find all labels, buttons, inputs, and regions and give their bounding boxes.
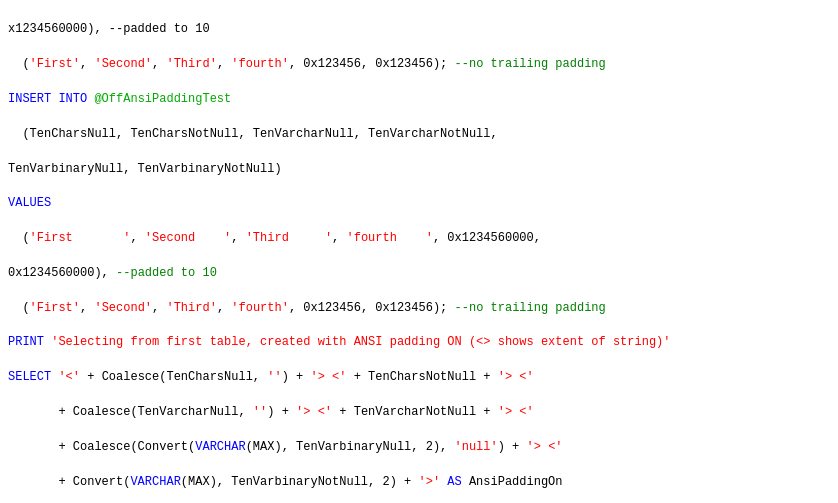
line-14: + Convert(VARCHAR(MAX), TenVarbinaryNotN…	[8, 475, 563, 489]
code-editor: x1234560000), --padded to 10 ('First', '…	[0, 0, 838, 503]
line-1: x1234560000), --padded to 10	[8, 22, 210, 36]
line-7: ('First ', 'Second ', 'Third ', 'fourth …	[8, 231, 541, 245]
line-5: TenVarbinaryNull, TenVarbinaryNotNull)	[8, 162, 282, 176]
line-10: PRINT 'Selecting from first table, creat…	[8, 335, 671, 349]
line-8: 0x1234560000), --padded to 10	[8, 266, 217, 280]
line-11: SELECT '<' + Coalesce(TenCharsNull, '') …	[8, 370, 534, 384]
line-9: ('First', 'Second', 'Third', 'fourth', 0…	[8, 301, 606, 315]
line-6: VALUES	[8, 196, 51, 210]
line-3: INSERT INTO @OffAnsiPaddingTest	[8, 92, 231, 106]
line-4: (TenCharsNull, TenCharsNotNull, TenVarch…	[8, 127, 498, 141]
line-13: + Coalesce(Convert(VARCHAR(MAX), TenVarb…	[8, 440, 563, 454]
line-12: + Coalesce(TenVarcharNull, '') + '> <' +…	[8, 405, 534, 419]
line-2: ('First', 'Second', 'Third', 'fourth', 0…	[8, 57, 606, 71]
